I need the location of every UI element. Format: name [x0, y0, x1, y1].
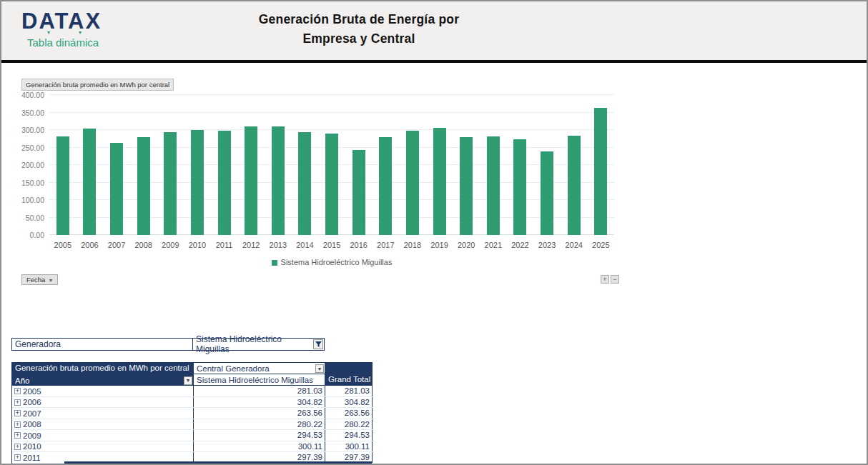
filter-selected-value[interactable]: Sistema Hidroeléctrico Miguillas: [193, 338, 325, 351]
bar-2011: [218, 131, 231, 235]
expand-icon[interactable]: +: [14, 444, 21, 450]
expand-icon[interactable]: +: [14, 454, 21, 461]
bar-2019: [433, 128, 446, 235]
x-axis-label: 2018: [399, 241, 426, 249]
bar-2005: [56, 136, 69, 235]
grand-total-cell: 294.53: [325, 430, 373, 441]
row-field-cell[interactable]: Año ▼: [12, 374, 194, 386]
expand-icon[interactable]: +: [14, 399, 21, 406]
pivot-corner-cell: [325, 363, 373, 374]
bar-2006: [83, 129, 96, 235]
x-axis-label: 2024: [561, 241, 588, 249]
filter-funnel-icon[interactable]: [313, 339, 323, 349]
year-label: 2006: [23, 398, 41, 406]
pivot-body: +2005281.03281.03+2006304.82304.82+20072…: [12, 386, 373, 464]
bar-slot: [533, 95, 561, 235]
y-axis-tick: 400.00: [10, 91, 44, 99]
x-axis-label: 2008: [130, 241, 157, 249]
bar-2007: [110, 143, 123, 235]
year-label: 2010: [23, 442, 41, 451]
x-axis-label: 2020: [453, 241, 480, 249]
column-field-dropdown-icon[interactable]: ▼: [315, 364, 324, 373]
x-axis-label: 2019: [426, 241, 453, 249]
table-row: +2005281.03281.03: [12, 386, 373, 397]
partial-row-band: [64, 461, 372, 465]
bar-2008: [137, 137, 150, 235]
logo-subtitle: Tabla dinámica: [27, 36, 179, 49]
bar-2020: [460, 137, 473, 235]
bar-2025: [594, 108, 607, 235]
x-axis-label: 2006: [77, 241, 104, 249]
table-row: +2006304.82304.82: [12, 397, 373, 409]
chevron-down-icon: ▼: [48, 278, 53, 283]
y-axis-tick: 250.00: [10, 144, 44, 152]
expand-icon[interactable]: +: [14, 432, 21, 439]
value-cell: 263.56: [194, 408, 325, 419]
bar-slot: [480, 95, 507, 235]
column-field-cell[interactable]: Central Generadora ▼: [194, 363, 325, 374]
collapse-field-button[interactable]: −: [611, 275, 619, 284]
filter-field-label: Generadora: [11, 338, 193, 351]
bar-slot: [507, 95, 534, 235]
x-axis-label: 2010: [184, 241, 211, 249]
pivot-value-title: Generación bruta promedio en MWh por cen…: [12, 363, 194, 374]
column-header-cell: Sistema Hidroeléctrico Miguillas: [194, 374, 325, 386]
datax-logo: DATAX ▾ ▾ Tabla dinámica: [21, 9, 179, 49]
grand-total-cell: 300.11: [325, 441, 373, 452]
y-axis-tick: 200.00: [10, 161, 44, 169]
bar-slot: [130, 95, 157, 235]
bar-2022: [513, 139, 526, 235]
expand-icon[interactable]: +: [14, 410, 21, 416]
bar-slot: [292, 95, 319, 235]
bar-slot: [453, 95, 480, 235]
bar-slot: [588, 95, 615, 235]
table-row: +2009294.53294.53: [12, 430, 373, 441]
title-line-1: Generación Bruta de Energía por: [202, 10, 516, 29]
grand-total-header: Grand Total: [325, 374, 373, 386]
year-label: 2008: [23, 420, 41, 429]
bar-2021: [487, 136, 500, 235]
expand-icon[interactable]: +: [14, 421, 21, 428]
plot-area: [49, 95, 614, 235]
value-field-button[interactable]: Generación bruta promedio en MWh por cen…: [21, 79, 174, 91]
table-row: +2007263.56263.56: [12, 408, 373, 419]
report-filter: Generadora Sistema Hidroeléctrico Miguil…: [11, 338, 325, 351]
bar-slot: [426, 95, 453, 235]
value-cell: 304.82: [194, 397, 325, 408]
value-cell: 281.03: [194, 386, 325, 396]
bar-2009: [164, 132, 177, 235]
x-axis-label: 2025: [588, 241, 615, 249]
field-expand-controls: + −: [601, 275, 619, 284]
grand-total-cell: 304.82: [325, 397, 373, 408]
expand-icon[interactable]: +: [14, 388, 21, 394]
x-axis-label: 2013: [265, 241, 292, 249]
table-row: +2008280.22280.22: [12, 419, 373, 431]
bar-slot: [373, 95, 400, 235]
x-axis: 2005200620072008200920102011201220132014…: [49, 241, 614, 249]
grand-total-cell: 281.03: [325, 386, 373, 396]
bar-slot: [211, 95, 238, 235]
x-axis-label: 2011: [211, 241, 238, 249]
fecha-field-button[interactable]: Fecha▼: [21, 274, 58, 285]
x-axis-label: 2015: [318, 241, 345, 249]
bar-slot: [318, 95, 345, 235]
x-axis-label: 2012: [237, 241, 265, 249]
logo-text: DATAX: [21, 9, 179, 34]
bar-2018: [406, 131, 419, 235]
pivot-header-row-2: Año ▼ Sistema Hidroeléctrico Miguillas G…: [12, 374, 373, 386]
value-cell: 294.53: [194, 430, 325, 441]
title-line-2: Empresa y Central: [202, 29, 516, 49]
x-axis-label: 2005: [49, 241, 77, 249]
bar-slot: [184, 95, 211, 235]
logo-accent-icon: ▾: [47, 29, 50, 36]
bar-slot: [49, 95, 77, 235]
pivot-header-row-1: Generación bruta promedio en MWh por cen…: [12, 363, 373, 374]
bar-slot: [103, 95, 130, 235]
expand-field-button[interactable]: +: [601, 275, 609, 284]
bar-slot: [237, 95, 265, 235]
value-cell: 300.11: [194, 441, 325, 452]
pivot-table: Generación bruta promedio en MWh por cen…: [11, 362, 373, 464]
row-field-dropdown-icon[interactable]: ▼: [184, 376, 192, 385]
grand-total-cell: 263.56: [325, 408, 373, 419]
y-axis-tick: 50.00: [10, 214, 44, 222]
